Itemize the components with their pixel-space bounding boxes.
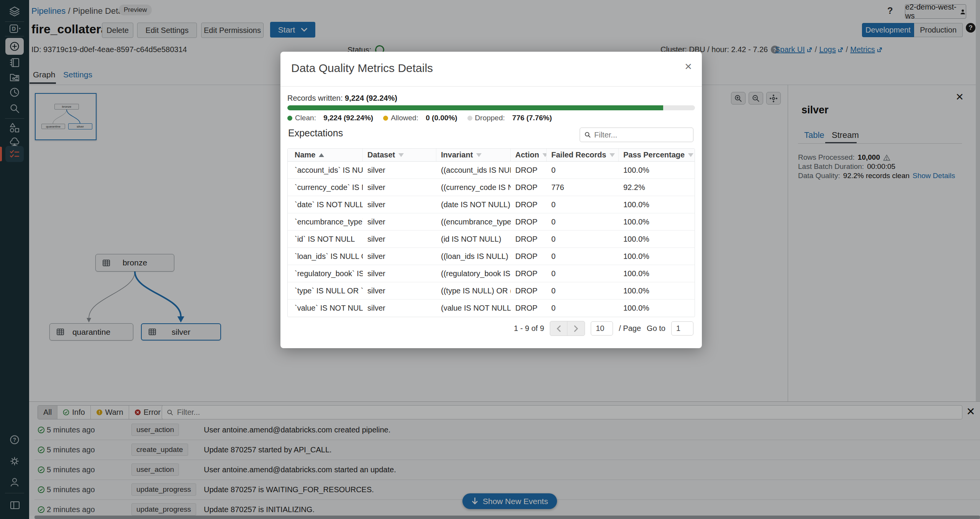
table-cell: DROP (511, 282, 547, 299)
dq-legend: Clean: 9,224 (92.24%) Allowed: 0 (0.00%)… (287, 114, 552, 122)
table-cell: silver (363, 231, 436, 247)
filter-caret-icon (398, 153, 404, 157)
table-cell: 0 (547, 300, 619, 317)
filter-caret-icon (476, 153, 482, 157)
table-cell: 100.0% (619, 213, 695, 230)
table-cell: DROP (511, 248, 547, 265)
table-cell: ((encumbrance_type I... (436, 213, 511, 230)
goto-label: Go to (647, 324, 665, 333)
expectations-table: Name Dataset Invariant Action Failed Rec… (287, 148, 695, 317)
dq-progress-fill (287, 105, 663, 110)
table-cell: 0 (547, 231, 619, 247)
table-cell: silver (363, 300, 436, 317)
expectations-heading: Expectations (288, 128, 343, 139)
page-size-input[interactable] (591, 321, 613, 336)
prev-page-button[interactable] (550, 321, 567, 336)
table-cell: 100.0% (619, 300, 695, 317)
expectations-filter-searchbox[interactable] (580, 128, 693, 142)
table-cell: ((regulatory_book IS N... (436, 265, 511, 282)
table-cell: DROP (511, 231, 547, 247)
table-cell: (date IS NOT NULL) (436, 196, 511, 213)
table-cell: 100.0% (619, 196, 695, 213)
search-icon (584, 131, 591, 138)
table-row[interactable]: `type` IS NULL OR `ty...silver((type IS … (288, 282, 695, 300)
goto-page-input[interactable] (671, 321, 693, 336)
table-cell: (value IS NOT NULL) (436, 300, 511, 317)
table-row[interactable]: `encumbrance_type` I...silver((encumbran… (288, 213, 695, 231)
table-cell: DROP (511, 179, 547, 196)
sort-asc-icon (319, 153, 324, 157)
table-cell: 0 (547, 213, 619, 230)
table-cell: silver (363, 265, 436, 282)
modal-title: Data Quality Metrics Details (291, 62, 433, 75)
table-cell: DROP (511, 196, 547, 213)
table-cell: (id IS NOT NULL) (436, 231, 511, 247)
table-cell: DROP (511, 300, 547, 317)
table-cell: 0 (547, 265, 619, 282)
table-cell: 100.0% (619, 282, 695, 299)
table-cell: ((account_ids IS NUL... (436, 162, 511, 178)
pagination-range: 1 - 9 of 9 (514, 324, 544, 333)
column-header-dataset[interactable]: Dataset (363, 149, 436, 161)
expectations-table-rows: `account_ids` IS NULL...silver((account_… (288, 162, 695, 317)
table-cell: ((currency_code IS N... (436, 179, 511, 196)
table-row[interactable]: `id` IS NOT NULLsilver(id IS NOT NULL)DR… (288, 231, 695, 248)
table-cell: `currency_code` IS N... (288, 179, 363, 196)
table-cell: silver (363, 248, 436, 265)
filter-caret-icon (610, 153, 615, 157)
per-page-label: / Page (619, 324, 641, 333)
table-cell: `regulatory_book` IS N... (288, 265, 363, 282)
column-header-failed-records[interactable]: Failed Records (547, 149, 619, 161)
expectations-table-header: Name Dataset Invariant Action Failed Rec… (288, 149, 695, 162)
expectations-filter-input[interactable] (594, 131, 689, 139)
data-quality-modal: Data Quality Metrics Details × Records w… (280, 52, 702, 348)
column-header-pass-percentage[interactable]: Pass Percentage (619, 149, 695, 161)
records-written-line: Records written: 9,224 (92.24%) (287, 94, 397, 103)
table-cell: `value` IS NOT NULL (288, 300, 363, 317)
table-row[interactable]: `value` IS NOT NULLsilver(value IS NOT N… (288, 300, 695, 317)
table-row[interactable]: `loan_ids` IS NULL OR...silver((loan_ids… (288, 248, 695, 265)
modal-close-icon[interactable]: × (685, 60, 692, 72)
data-quality-progress-bar (287, 105, 695, 110)
modal-header-divider (280, 86, 702, 87)
table-cell: 776 (547, 179, 619, 196)
table-cell: 100.0% (619, 265, 695, 282)
column-header-name[interactable]: Name (288, 149, 363, 161)
next-page-button[interactable] (567, 321, 585, 336)
table-cell: 0 (547, 196, 619, 213)
dropped-dot-icon (467, 116, 472, 121)
table-cell: `id` IS NOT NULL (288, 231, 363, 247)
table-row[interactable]: `currency_code` IS N...silver((currency_… (288, 179, 695, 196)
table-cell: 100.0% (619, 248, 695, 265)
table-cell: silver (363, 282, 436, 299)
table-row[interactable]: `account_ids` IS NULL...silver((account_… (288, 162, 695, 179)
table-cell: 100.0% (619, 162, 695, 178)
table-cell: DROP (511, 265, 547, 282)
table-cell: silver (363, 213, 436, 230)
clean-dot-icon (287, 116, 292, 121)
pagination-buttons (550, 321, 585, 336)
table-cell: 0 (547, 282, 619, 299)
table-cell: `type` IS NULL OR `ty... (288, 282, 363, 299)
filter-caret-icon (542, 153, 547, 157)
table-cell: `loan_ids` IS NULL OR... (288, 248, 363, 265)
table-cell: ((loan_ids IS NULL) O... (436, 248, 511, 265)
table-cell: `encumbrance_type` I... (288, 213, 363, 230)
table-row[interactable]: `regulatory_book` IS N...silver((regulat… (288, 265, 695, 282)
table-row[interactable]: `date` IS NOT NULLsilver(date IS NOT NUL… (288, 196, 695, 213)
table-cell: `date` IS NOT NULL (288, 196, 363, 213)
allowed-dot-icon (383, 116, 388, 121)
table-cell: `account_ids` IS NULL... (288, 162, 363, 178)
table-cell: silver (363, 196, 436, 213)
pagination: 1 - 9 of 9 / Page Go to (514, 321, 693, 336)
table-cell: DROP (511, 213, 547, 230)
table-cell: silver (363, 179, 436, 196)
filter-caret-icon (688, 153, 693, 157)
column-header-action[interactable]: Action (511, 149, 547, 161)
table-cell: 0 (547, 248, 619, 265)
legend-allowed: Allowed: 0 (0.00%) (383, 114, 457, 122)
legend-dropped: Dropped: 776 (7.76%) (467, 114, 552, 122)
column-header-invariant[interactable]: Invariant (436, 149, 511, 161)
legend-clean: Clean: 9,224 (92.24%) (287, 114, 373, 122)
table-cell: 0 (547, 162, 619, 178)
